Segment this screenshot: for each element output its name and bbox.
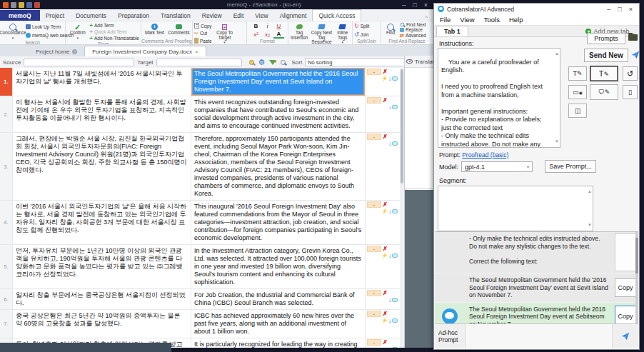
find-next-button[interactable]: Find Next <box>400 22 426 27</box>
save-prompt-button[interactable]: Save Prompt... <box>545 160 596 173</box>
add-term-button[interactable]: +Add Term <box>89 22 139 29</box>
proofread-source-button[interactable]: T✎ <box>568 66 587 81</box>
qat-icon-5[interactable] <box>34 2 40 8</box>
confirm-button[interactable]: ✓ Confirm ▾ <box>67 22 88 41</box>
remove-icon[interactable]: ✗ <box>383 69 388 75</box>
comments-button[interactable]: Comments <box>168 22 191 39</box>
scroll-down-icon[interactable]: ▼ <box>588 221 592 230</box>
tab-project[interactable]: Project <box>40 10 70 21</box>
propagate-icon[interactable]: ↓ <box>388 346 391 348</box>
comment-bubble-icon[interactable] <box>392 298 398 302</box>
grid-scrollbar-thumb[interactable] <box>401 69 403 183</box>
segment-row-7[interactable]: 7. 중국 공상은행은 최근 5년간 약 10억원의 증액투자는 물론 약 60… <box>0 310 400 338</box>
comment-bubble-icon[interactable] <box>392 347 398 348</box>
target-cell[interactable]: The Seoul Metropolitan Government held t… <box>191 68 366 96</box>
model-select[interactable]: gpt-4.1 ▾ <box>461 161 533 172</box>
replace-button[interactable]: Replace <box>400 27 426 32</box>
translation-results-list[interactable] <box>405 68 433 189</box>
subscript-button[interactable]: x₂ <box>262 31 273 39</box>
remove-icon[interactable]: ✗ <box>383 97 388 104</box>
bold-button[interactable]: B <box>251 22 261 30</box>
prompts-button[interactable]: Prompts <box>587 33 625 44</box>
menu-help[interactable]: Help <box>509 16 523 24</box>
comment-bubble-icon[interactable] <box>392 141 398 146</box>
segment-row-2[interactable]: 2. 이 행사는 서울시에 활발한 투자를 통해 서울의 경제, 사회발전에 기… <box>0 96 400 133</box>
menu-view[interactable]: View <box>460 16 474 24</box>
menu-file[interactable]: File <box>440 16 451 24</box>
source-cell[interactable]: 서울시는 지난 11월 7일 세빛섬에서 '2016 서울시외국인 투자기업의 … <box>13 68 191 96</box>
comment-bubble-icon[interactable] <box>392 318 398 323</box>
add-filter-icon[interactable] <box>269 60 276 65</box>
close-button[interactable]: × <box>629 6 633 13</box>
copy-button[interactable]: Copy <box>615 306 636 324</box>
remove-icon[interactable]: ✗ <box>383 290 388 296</box>
filter-highlight-icon[interactable] <box>249 60 254 65</box>
menu-tools[interactable]: Tools <box>484 16 500 24</box>
target-cell[interactable]: This inaugural '2016 Seoul Foreign Inves… <box>191 201 366 244</box>
chat-scrollbar[interactable] <box>635 232 638 324</box>
qat-icon-1[interactable] <box>3 2 9 8</box>
remove-icon[interactable]: ✗ <box>383 311 388 317</box>
target-cell[interactable]: ICBC has achieved approximately 60 new h… <box>191 310 366 338</box>
ribbon-collapse-icon[interactable]: ^ <box>419 14 433 21</box>
target-cell[interactable]: Therefore, approximately 150 participant… <box>191 133 366 200</box>
propagate-icon[interactable]: ↓ <box>388 141 391 147</box>
underline-button[interactable]: U <box>273 22 284 30</box>
remove-icon[interactable]: ✗ <box>383 246 388 252</box>
superscript-button[interactable]: x² <box>251 31 261 39</box>
propagate-icon[interactable]: ↓ <box>388 297 391 303</box>
maximize-button[interactable]: □ <box>618 6 621 13</box>
comment-bubble-icon[interactable] <box>392 76 398 81</box>
source-cell[interactable]: 이 행사는 서울시에 활발한 투자를 통해 서울의 경제, 사회발전에 기여해 … <box>13 96 191 132</box>
copy-next-tag-button[interactable]: Copy Next Tag Sequence <box>310 22 333 45</box>
join-button[interactable]: ↺Join <box>354 31 379 38</box>
segment-row-5[interactable]: 5. 먼저, 투자유치 부문에는 1년간 10만명 이상의 외국인 관광객을 유… <box>0 245 400 289</box>
italic-button[interactable]: i <box>262 22 273 30</box>
mark-text-button[interactable]: i Mark Text <box>144 22 166 39</box>
proofread-target-button[interactable]: T✎ <box>590 66 618 81</box>
tab-preparation[interactable]: Preparation <box>112 10 155 21</box>
font-color-button[interactable]: A <box>273 31 284 39</box>
copy-button[interactable]: Copy <box>194 23 212 29</box>
copy-to-target-button[interactable]: Copy To Target ▾ <box>213 22 236 45</box>
segment-row-3[interactable]: 3. 그래서, 현장에는 박원순 서울 시장, 김진철 한국외국기업협회 회장,… <box>0 133 400 201</box>
qat-icon-2[interactable] <box>11 2 16 8</box>
tab-document[interactable]: Foreign Investment Company Day.docx × <box>84 46 206 56</box>
propagate-icon[interactable]: ↓ <box>388 318 391 324</box>
tab-review[interactable]: Review <box>196 10 228 21</box>
advanced-find-button[interactable]: ⇄Advanced <box>400 33 426 39</box>
add-non-translatable-button[interactable]: +Add Non-Translatable <box>89 35 139 41</box>
paste-button[interactable]: Paste <box>194 38 212 44</box>
send-new-button[interactable]: Send New <box>584 49 628 62</box>
adhoc-send-button[interactable] <box>613 324 638 348</box>
qat-icon-4[interactable] <box>26 2 32 8</box>
remove-icon[interactable]: ✗ <box>383 339 388 346</box>
undo-button[interactable]: ↺ <box>623 66 638 81</box>
minimize-button[interactable]: – <box>607 6 610 13</box>
tab-memoq[interactable]: memoQ <box>0 10 40 21</box>
sort-select[interactable]: No sorting ▾ <box>305 58 411 66</box>
comment-bubble-icon[interactable] <box>392 209 398 213</box>
folder-icon[interactable] <box>628 34 638 41</box>
propagate-icon[interactable]: ↓ <box>388 208 391 215</box>
target-cell[interactable]: In the Investment Attraction category, G… <box>191 245 366 288</box>
propagate-icon[interactable]: ↓ <box>388 104 391 111</box>
segment-row-1[interactable]: 1. 서울시는 지난 11월 7일 세빛섬에서 '2016 서울시외국인 투자기… <box>0 68 400 96</box>
source-cell[interactable]: 이번 '2016 서울시 외국인투자기업의 날'은 올해 처음 시작하는 행사로… <box>13 201 191 244</box>
tab-view[interactable]: View <box>249 10 273 21</box>
source-cell[interactable]: 일자리 창출 부문에서는 중국공상은행 서울지점이 선정되었다. <box>13 289 191 309</box>
cut-button[interactable]: ✂Cut <box>194 31 212 36</box>
comment-bubble-icon[interactable] <box>392 253 398 258</box>
adhoc-prompt-input[interactable] <box>465 324 613 348</box>
source-cell[interactable]: 그래서, 현장에는 박원순 서울 시장, 김진철 한국외국기업협회 회장, 서울… <box>13 133 191 200</box>
paste-button[interactable]: ▯ <box>623 85 638 99</box>
tag-insertion-button[interactable]: Tag Insertion <box>290 22 308 45</box>
concordance-button[interactable]: Concordance ▾ <box>1 22 24 40</box>
remove-icon[interactable]: ✗ <box>383 134 388 140</box>
target-cell[interactable]: It is particularly recognized for leadin… <box>191 338 366 348</box>
tab-alignment[interactable]: Alignment <box>274 10 313 21</box>
copy-button[interactable]: Copy <box>615 278 636 297</box>
tab-edit[interactable]: Edit <box>228 10 250 21</box>
send-plane-icon[interactable] <box>631 51 640 59</box>
target-filter-input[interactable] <box>156 59 242 66</box>
